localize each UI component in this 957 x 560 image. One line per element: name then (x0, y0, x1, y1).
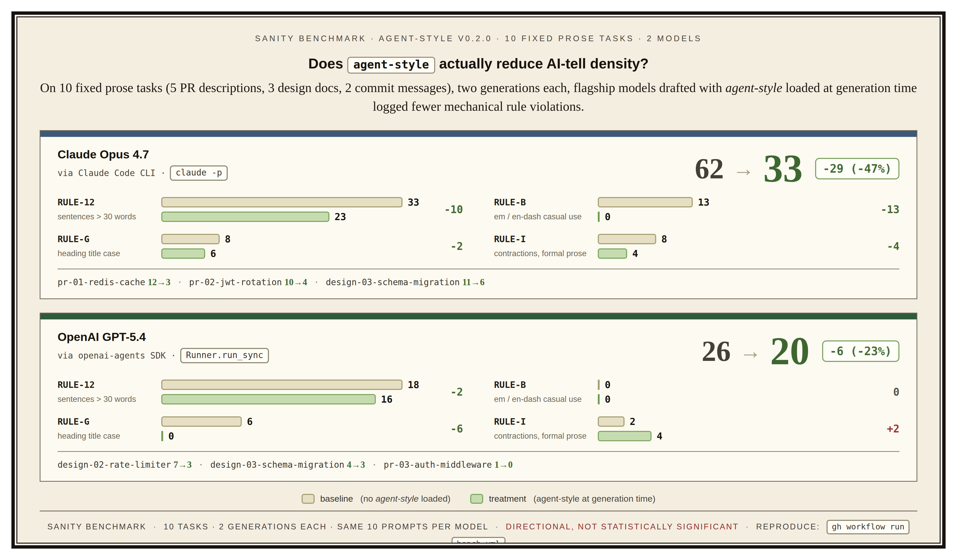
subtitle-italic: agent-style (725, 80, 782, 95)
treatment-bar (598, 211, 600, 222)
rule-row: RULE-12 sentences > 30 words 18 16 -2 (58, 380, 463, 404)
rule-id: RULE-B (494, 380, 598, 390)
task-item: pr-01-redis-cache12→3 (58, 277, 171, 287)
treatment-value: 6 (210, 248, 216, 259)
rule-row: RULE-I contractions, formal prose 2 4 +2 (494, 416, 899, 441)
title-prefix: Does (308, 55, 343, 71)
reproduce-command-chip-2: bench.yml (452, 537, 505, 544)
treatment-bar (161, 394, 376, 404)
treatment-bar (598, 431, 652, 441)
rule-id: RULE-I (494, 234, 598, 244)
footer-methodology: 10 TASKS · 2 GENERATIONS EACH · SAME 10 … (164, 522, 489, 531)
rule-id: RULE-B (494, 197, 598, 207)
via-text: via Claude Code CLI · (58, 168, 166, 178)
rule-delta: -13 (863, 203, 899, 215)
footer-reproduce-label: REPRODUCE: (756, 522, 820, 531)
sdk-command-chip: Runner.run_sync (180, 348, 269, 363)
rule-id: RULE-I (494, 416, 598, 427)
score-delta-chip: -6 (-23%) (822, 341, 899, 362)
rule-id: RULE-12 (58, 197, 161, 207)
rule-desc: sentences > 30 words (58, 394, 161, 404)
arrow-icon: → (733, 158, 755, 180)
claude-accent-bar (41, 131, 916, 137)
report-subtitle: On 10 fixed prose tasks (5 PR descriptio… (39, 78, 918, 116)
dot-separator: · (177, 277, 182, 287)
dot-separator: · (198, 460, 204, 470)
legend-baseline-note: (no agent-style loaded) (360, 494, 450, 504)
baseline-bar (161, 416, 242, 427)
legend-treatment-label: treatment (489, 494, 526, 504)
rule-row: RULE-B em / en-dash casual use 0 0 0 (494, 380, 899, 404)
worst-tasks-strip: design-02-rate-limiter7→3·design-03-sche… (58, 451, 899, 470)
task-change: 7→3 (174, 460, 192, 470)
baseline-bar (161, 197, 403, 207)
treatment-value: 0 (605, 394, 611, 405)
legend-baseline-label: baseline (320, 494, 353, 504)
task-item: design-03-schema-migration4→3 (210, 460, 365, 470)
dot-separator: · (745, 522, 749, 531)
baseline-value: 6 (247, 416, 253, 427)
rule-row: RULE-G heading title case 8 6 -2 (58, 234, 463, 259)
report-canvas: SANITY BENCHMARK · AGENT-STYLE V0.2.0 · … (16, 16, 941, 544)
score-summary: 26 → 20 -6 (-23%) (702, 331, 899, 371)
rule-row: RULE-G heading title case 6 0 -6 (58, 416, 463, 441)
baseline-bar (161, 380, 403, 390)
rule-delta: -10 (426, 203, 463, 215)
rule-desc: sentences > 30 words (58, 211, 161, 222)
baseline-value: 2 (630, 416, 635, 427)
baseline-value: 33 (408, 197, 419, 208)
subtitle-part1: On 10 fixed prose tasks (5 PR descriptio… (40, 80, 725, 95)
task-change: 10→4 (284, 277, 307, 287)
footer-significance-warning: DIRECTIONAL, NOT STATISTICALLY SIGNIFICA… (506, 522, 739, 531)
model-name: Claude Opus 4.7 (58, 148, 228, 161)
treatment-bar (161, 248, 205, 259)
rule-id: RULE-G (58, 234, 161, 244)
task-item: design-03-schema-migration11→6 (326, 277, 485, 287)
openai-accent-bar (41, 314, 916, 319)
rule-id: RULE-G (58, 416, 161, 427)
rule-delta: -4 (863, 240, 899, 252)
treatment-value: 23 (335, 211, 346, 222)
model-card-openai: OpenAI GPT-5.4 via openai-agents SDK · R… (39, 313, 918, 482)
treatment-value: 0 (605, 211, 611, 222)
rule-desc: contractions, formal prose (494, 431, 598, 441)
rule-desc: em / en-dash casual use (494, 394, 598, 404)
task-change: 4→3 (347, 460, 365, 470)
worst-tasks-strip: pr-01-redis-cache12→3·pr-02-jwt-rotation… (58, 268, 899, 287)
treatment-value: 16 (381, 394, 393, 405)
legend-treatment-note: (agent-style at generation time) (534, 494, 655, 504)
rule-delta: +2 (863, 423, 899, 435)
treatment-bar (161, 211, 329, 222)
rule-delta: -2 (426, 240, 463, 252)
baseline-value: 18 (408, 379, 419, 390)
task-item: design-02-rate-limiter7→3 (58, 460, 192, 470)
dot-separator: · (314, 277, 319, 287)
page-title: Does agent-style actually reduce AI-tell… (39, 55, 918, 74)
baseline-bar (598, 234, 656, 244)
score-after: 20 (770, 331, 810, 371)
rule-delta: -2 (426, 386, 463, 398)
rule-delta: -6 (426, 423, 463, 435)
rule-desc: em / en-dash casual use (494, 211, 598, 222)
rule-desc: contractions, formal prose (494, 248, 598, 259)
rule-delta: 0 (863, 386, 899, 398)
baseline-value: 8 (225, 233, 231, 245)
treatment-bar (161, 431, 163, 441)
task-change: 12→3 (148, 277, 171, 287)
footer-benchmark-label: SANITY BENCHMARK (47, 522, 147, 531)
model-header: Claude Opus 4.7 via Claude Code CLI · cl… (58, 148, 228, 181)
footer-command-wrap: bench.yml (39, 537, 918, 544)
legend-baseline: baseline (no agent-style loaded) (302, 494, 450, 504)
score-before: 26 (702, 336, 731, 366)
baseline-swatch-icon (302, 494, 314, 504)
dot-separator: · (153, 522, 157, 531)
rule-id: RULE-12 (58, 380, 161, 390)
footer: SANITY BENCHMARK·10 TASKS · 2 GENERATION… (39, 520, 918, 534)
score-before: 62 (695, 154, 724, 183)
footer-divider (39, 511, 918, 511)
score-delta-chip: -29 (-47%) (815, 158, 899, 180)
task-change: 11→6 (463, 277, 485, 287)
rule-row: RULE-12 sentences > 30 words 33 23 -10 (58, 197, 463, 222)
treatment-value: 4 (632, 248, 638, 259)
cli-command-chip: claude -p (170, 166, 228, 181)
